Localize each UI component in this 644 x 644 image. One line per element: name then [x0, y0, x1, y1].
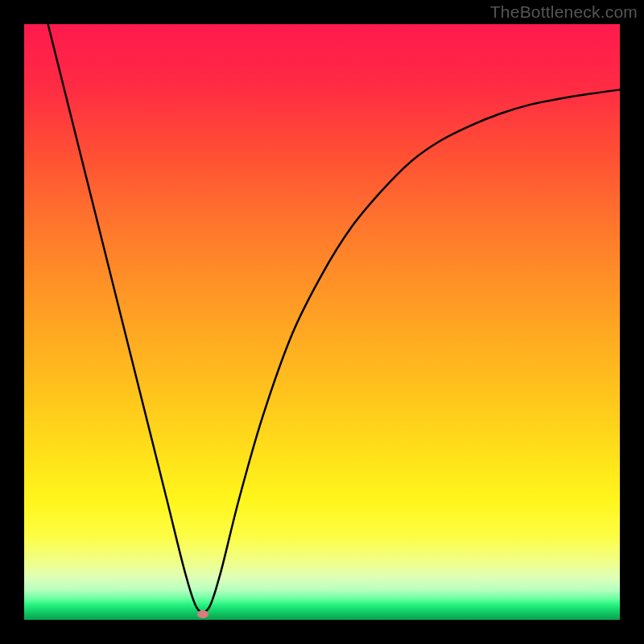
plot-area [24, 24, 620, 620]
bottleneck-curve [24, 24, 620, 620]
valley-marker [197, 610, 208, 618]
chart-frame: TheBottleneck.com [0, 0, 644, 644]
watermark-text: TheBottleneck.com [490, 2, 638, 22]
